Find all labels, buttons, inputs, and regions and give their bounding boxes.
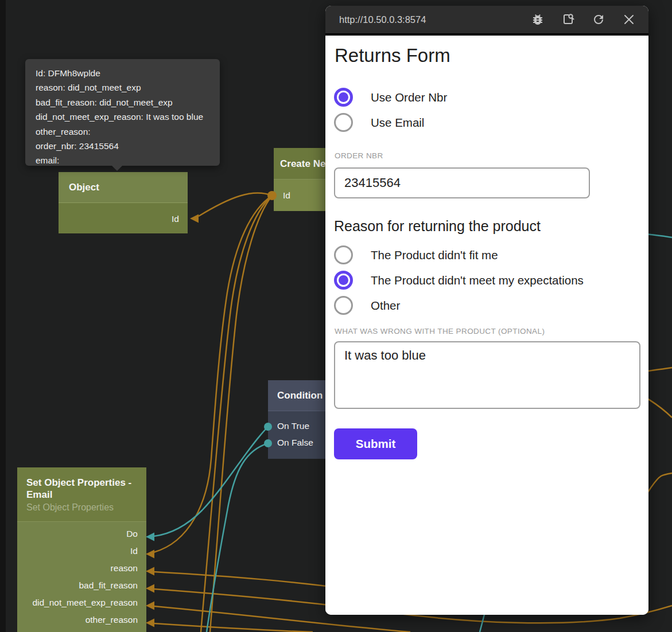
radio-label: The Product didn't meet my expectations	[371, 274, 584, 287]
popup-url: http://10.50.0.3:8574	[339, 14, 531, 25]
node-set-header: Set Object Properties - Email Set Object…	[17, 467, 146, 522]
page-title: Returns Form	[335, 45, 450, 67]
wire-create-id-down-1	[201, 196, 272, 632]
radio-other[interactable]: Other	[334, 296, 400, 315]
arrow-set-bad-fit	[146, 584, 154, 593]
node-data-tooltip: Id: DFMh8wplde reason: did_not_meet_exp …	[25, 59, 220, 166]
radio-circle[interactable]	[334, 245, 353, 264]
port-on-true[interactable]: On True	[277, 421, 309, 431]
node-subtitle: Set Object Properties	[26, 502, 146, 513]
reason-section-heading: Reason for returning the product	[334, 218, 541, 235]
flow-editor-canvas: Object Id Create Ne Id Condition On True…	[0, 0, 672, 632]
order-nbr-input[interactable]	[334, 167, 590, 198]
port-bad-fit-reason[interactable]: bad_fit_reason	[79, 580, 138, 591]
tooltip-line: bad_fit_reason: did_not_meet_exp	[36, 95, 209, 110]
port-id[interactable]: Id	[130, 546, 138, 556]
port-reason[interactable]: reason	[111, 563, 138, 574]
radio-label: Use Order Nbr	[371, 91, 447, 104]
wire-on-true-to-do	[154, 427, 268, 536]
port-id[interactable]: Id	[172, 214, 179, 224]
node-object[interactable]: Object Id	[59, 172, 188, 234]
radio-use-email[interactable]: Use Email	[334, 113, 424, 132]
radio-circle[interactable]	[334, 271, 353, 290]
refresh-icon[interactable]	[592, 13, 605, 26]
port-dots-and-arrows	[146, 191, 277, 627]
node-set-body: Do Id reason bad_fit_reason did_not_meet…	[17, 522, 146, 632]
wire-create-id-to-object-id	[199, 193, 272, 216]
node-title: Set Object Properties - Email	[26, 477, 133, 501]
returns-form: Returns Form Use Order Nbr Use Email ORD…	[325, 36, 648, 615]
wire-to-set-other-reason	[154, 623, 313, 632]
radio-circle[interactable]	[334, 88, 353, 107]
wrong-with-product-textarea[interactable]: It was too blue	[334, 341, 640, 409]
radio-didnt-meet-expectations[interactable]: The Product didn't meet my expectations	[334, 271, 584, 290]
port-on-false[interactable]: On False	[277, 438, 313, 448]
debug-icon[interactable]	[531, 13, 545, 26]
arrow-set-id	[146, 550, 154, 559]
port-do[interactable]: Do	[126, 529, 138, 539]
tooltip-line: email:	[36, 153, 209, 167]
node-set-object-properties-email[interactable]: Set Object Properties - Email Set Object…	[17, 467, 146, 632]
arrow-object-id	[190, 214, 199, 223]
arrow-set-did-not-meet	[146, 602, 154, 610]
wrong-with-product-label: WHAT WAS WRONG WITH THE PRODUCT (OPTIONA…	[335, 327, 545, 335]
submit-button[interactable]: Submit	[334, 428, 417, 459]
preview-icon[interactable]	[561, 13, 575, 26]
canvas-left-edge	[0, 0, 6, 632]
arrow-set-reason	[146, 567, 154, 576]
node-title: Object	[69, 181, 188, 193]
tooltip-line: order_nbr: 23415564	[36, 139, 209, 153]
radio-label: Use Email	[371, 116, 424, 130]
node-object-body: Id	[59, 203, 188, 233]
tooltip-line: reason: did_not_meet_exp	[36, 80, 209, 95]
radio-label: Other	[371, 299, 400, 313]
preview-popup-window: http://10.50.0.3:8574	[325, 6, 648, 615]
wire-to-set-id	[154, 196, 272, 552]
port-id[interactable]: Id	[283, 190, 290, 201]
wire-create-id-down-2	[210, 196, 272, 632]
node-object-header: Object	[59, 172, 188, 203]
port-other-reason[interactable]: other_reason	[86, 615, 138, 625]
wire-on-false-down	[207, 443, 268, 632]
radio-circle[interactable]	[334, 296, 353, 315]
radio-didnt-fit[interactable]: The Product didn't fit me	[334, 245, 498, 264]
radio-use-order-nbr[interactable]: Use Order Nbr	[334, 88, 447, 107]
radio-label: The Product didn't fit me	[371, 248, 498, 262]
popup-title-bar[interactable]: http://10.50.0.3:8574	[325, 6, 648, 36]
tooltip-line: other_reason:	[36, 124, 209, 139]
close-icon[interactable]	[622, 13, 636, 26]
tooltip-line: Id: DFMh8wplde	[36, 66, 209, 80]
arrow-set-do	[146, 533, 154, 541]
radio-circle[interactable]	[334, 113, 353, 132]
tooltip-line: did_not_meet_exp_reason: It was too blue	[36, 110, 209, 124]
arrow-set-other	[146, 619, 154, 627]
order-nbr-label: ORDER NBR	[335, 151, 383, 160]
port-did-not-meet-exp-reason[interactable]: did_not_meet_exp_reason	[32, 598, 138, 608]
